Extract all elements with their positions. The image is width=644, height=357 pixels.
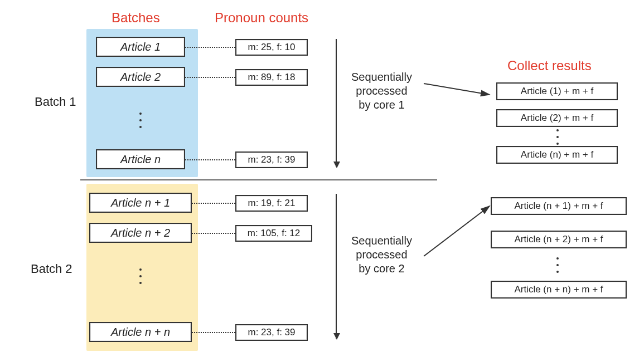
article-box: Article n + 1: [89, 193, 192, 213]
annotation-line: by core 2: [351, 262, 412, 276]
heading-batches: Batches: [112, 10, 160, 26]
svg-line-0: [424, 84, 490, 95]
article-box: Article 1: [96, 37, 185, 57]
article-box: Article 2: [96, 67, 185, 87]
article-box: Article n + n: [89, 322, 192, 342]
dotted-connector: [192, 203, 235, 204]
ellipsis-icon: [139, 119, 142, 121]
dotted-connector: [185, 159, 235, 160]
article-box: Article n + 2: [89, 223, 192, 243]
heading-pronoun-counts: Pronoun counts: [215, 10, 308, 26]
annotation-sequential-1: Sequentially processed by core 1: [351, 70, 412, 112]
label-batch-2: Batch 2: [31, 262, 72, 276]
count-box: m: 23, f: 39: [235, 324, 308, 341]
result-box: Article (n + 1) + m + f: [491, 197, 627, 215]
arrow-down-icon: [336, 39, 337, 167]
arrow-right-icon: [424, 200, 496, 262]
count-box: m: 105, f: 12: [235, 225, 312, 242]
svg-line-1: [424, 206, 490, 256]
count-box: m: 19, f: 21: [235, 195, 308, 212]
result-box: Article (2) + m + f: [496, 109, 618, 127]
annotation-sequential-2: Sequentially processed by core 2: [351, 234, 412, 276]
heading-collect-results: Collect results: [507, 58, 592, 74]
article-box: Article n: [96, 149, 185, 169]
result-box: Article (1) + m + f: [496, 82, 618, 100]
dotted-connector: [192, 233, 235, 234]
annotation-line: Sequentially: [351, 234, 412, 248]
divider-line: [80, 179, 437, 180]
label-batch-1: Batch 1: [35, 95, 76, 109]
ellipsis-icon: [556, 264, 559, 266]
count-box: m: 23, f: 39: [235, 151, 308, 168]
arrow-right-icon: [424, 78, 496, 111]
annotation-line: Sequentially: [351, 70, 412, 84]
annotation-line: by core 1: [351, 98, 412, 112]
annotation-line: processed: [351, 84, 412, 98]
count-box: m: 25, f: 10: [235, 39, 308, 56]
dotted-connector: [185, 47, 235, 48]
diagram-canvas: Batches Pronoun counts Collect results B…: [0, 0, 644, 357]
annotation-line: processed: [351, 248, 412, 262]
arrow-down-icon: [336, 194, 337, 339]
ellipsis-icon: [556, 136, 559, 138]
dotted-connector: [192, 332, 235, 333]
dotted-connector: [185, 77, 235, 78]
result-box: Article (n) + m + f: [496, 146, 618, 164]
ellipsis-icon: [139, 275, 142, 277]
result-box: Article (n + n) + m + f: [491, 281, 627, 299]
result-box: Article (n + 2) + m + f: [491, 231, 627, 248]
count-box: m: 89, f: 18: [235, 69, 308, 86]
